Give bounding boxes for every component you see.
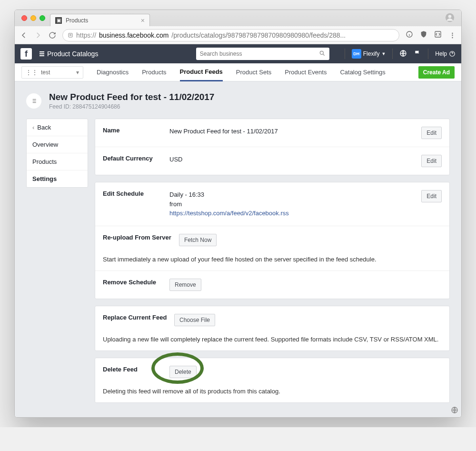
catalog-name: test bbox=[41, 69, 50, 76]
sidebar-item-label: Settings bbox=[32, 175, 57, 182]
tab-product-sets[interactable]: Product Sets bbox=[236, 64, 271, 80]
tab-product-feeds[interactable]: Product Feeds bbox=[180, 63, 223, 81]
avatar: DH bbox=[352, 49, 361, 59]
sidebar-item-label: Products bbox=[32, 158, 57, 165]
tab-title: Products bbox=[66, 17, 88, 24]
fb-search[interactable] bbox=[196, 48, 329, 60]
sidebar-item-products[interactable]: Products bbox=[27, 153, 88, 170]
delete-note: Deleting this feed will remove all of it… bbox=[95, 386, 449, 402]
browser-menu-icon[interactable]: ⋮ bbox=[448, 31, 456, 39]
browser-tabstrip: ▣ Products × bbox=[15, 10, 461, 26]
account-switcher[interactable]: DH Flexify ▼ bbox=[352, 49, 386, 59]
nav-reload-icon[interactable] bbox=[48, 31, 57, 40]
row-replace: Replace Current Feed Choose File bbox=[95, 306, 449, 334]
extension-shield-icon[interactable] bbox=[419, 30, 428, 40]
card-replace: Replace Current Feed Choose File Uploadi… bbox=[95, 306, 450, 351]
chevron-left-icon: ‹ bbox=[32, 124, 34, 131]
window-controls bbox=[20, 10, 50, 26]
fb-header-right: DH Flexify ▼ Help bbox=[345, 49, 456, 59]
name-label: Name bbox=[103, 127, 169, 134]
remove-schedule-button[interactable]: Remove bbox=[169, 279, 201, 291]
address-bar[interactable]: https://business.facebook.com/products/c… bbox=[62, 29, 399, 41]
extension-info-icon[interactable] bbox=[405, 30, 414, 40]
drag-icon: ⋮⋮ bbox=[26, 69, 38, 76]
tab-product-events[interactable]: Product Events bbox=[285, 64, 327, 80]
row-reupload: Re-upload From Server Fetch Now bbox=[95, 226, 449, 254]
account-name: Flexify bbox=[363, 50, 380, 57]
fetch-now-button[interactable]: Fetch Now bbox=[179, 234, 217, 246]
reupload-label: Re-upload From Server bbox=[103, 234, 179, 241]
search-icon bbox=[319, 50, 326, 58]
sidebar-back[interactable]: ‹ Back bbox=[27, 119, 88, 136]
currency-label: Default Currency bbox=[103, 155, 169, 162]
catalog-picker[interactable]: ⋮⋮ test ▾ bbox=[21, 66, 83, 79]
window-minimize[interactable] bbox=[30, 15, 36, 21]
name-value: New Product Feed for test - 11/02/2017 bbox=[169, 127, 421, 136]
sidebar-item-settings[interactable]: Settings bbox=[27, 170, 88, 187]
card-schedule: Edit Schedule Daily - 16:33 from https:/… bbox=[95, 182, 450, 299]
edit-currency-button[interactable]: Edit bbox=[421, 155, 442, 167]
window-close[interactable] bbox=[21, 15, 27, 21]
row-remove-schedule: Remove Schedule Remove bbox=[95, 271, 449, 299]
sidebar: ‹ Back Overview Products Settings bbox=[26, 119, 88, 403]
hamburger-icon bbox=[40, 51, 44, 56]
replace-note: Uploading a new file will completely rep… bbox=[95, 334, 449, 351]
row-currency: Default Currency USD Edit bbox=[95, 147, 449, 175]
help-icon bbox=[449, 50, 456, 57]
schedule-url-link[interactable]: https://testshop.com/a/feed/v2/facebook.… bbox=[169, 210, 289, 217]
globe-icon[interactable] bbox=[399, 50, 407, 59]
sidebar-item-label: Overview bbox=[32, 141, 58, 148]
svg-point-1 bbox=[448, 15, 452, 18]
replace-label: Replace Current Feed bbox=[103, 314, 174, 321]
page-info-icon bbox=[68, 32, 73, 38]
page-body: New Product Feed for test - 11/02/2017 F… bbox=[15, 81, 461, 417]
fb-header: f Product Catalogs DH Flexify ▼ bbox=[15, 44, 461, 63]
edit-schedule-button[interactable]: Edit bbox=[421, 190, 442, 202]
sidebar-item-overview[interactable]: Overview bbox=[27, 136, 88, 153]
extension-devtools-icon[interactable] bbox=[434, 30, 442, 40]
delete-feed-button[interactable]: Delete bbox=[169, 366, 197, 378]
tab-close-icon[interactable]: × bbox=[141, 17, 145, 24]
row-delete: Delete Feed Delete bbox=[95, 358, 449, 386]
footer-globe-icon[interactable] bbox=[451, 406, 458, 415]
currency-value: USD bbox=[169, 155, 421, 164]
tab-catalog-settings[interactable]: Catalog Settings bbox=[340, 64, 385, 80]
tab-products[interactable]: Products bbox=[142, 64, 166, 80]
reupload-note: Start immediately a new upload of your f… bbox=[95, 254, 449, 271]
main-content: Name New Product Feed for test - 11/02/2… bbox=[95, 119, 450, 403]
help-label: Help bbox=[435, 50, 447, 57]
nav-back-icon[interactable] bbox=[20, 31, 28, 40]
card-basic: Name New Product Feed for test - 11/02/2… bbox=[95, 119, 450, 175]
nav-forward-icon bbox=[34, 31, 42, 40]
tab-diagnostics[interactable]: Diagnostics bbox=[97, 64, 129, 80]
edit-name-button[interactable]: Edit bbox=[421, 127, 442, 139]
window-zoom[interactable] bbox=[40, 15, 45, 21]
delete-label: Delete Feed bbox=[103, 366, 169, 373]
card-delete: Delete Feed Delete Deleting this feed wi… bbox=[95, 358, 450, 403]
fb-section-switcher[interactable]: Product Catalogs bbox=[40, 50, 98, 58]
row-schedule: Edit Schedule Daily - 16:33 from https:/… bbox=[95, 182, 449, 226]
browser-profile-icon[interactable] bbox=[445, 13, 455, 24]
url-host: business.facebook.com bbox=[99, 31, 169, 39]
url-path: /products/catalogs/98798798798709809809​… bbox=[171, 31, 346, 39]
browser-toolbar: https://business.facebook.com/products/c… bbox=[15, 26, 461, 44]
remove-schedule-label: Remove Schedule bbox=[103, 279, 169, 286]
create-ad-button[interactable]: Create Ad bbox=[418, 66, 455, 79]
chevron-down-icon: ▾ bbox=[76, 69, 79, 76]
schedule-from: from bbox=[169, 200, 421, 209]
svg-point-5 bbox=[320, 51, 323, 54]
help-link[interactable]: Help bbox=[435, 50, 456, 57]
list-icon bbox=[26, 93, 41, 109]
browser-tab[interactable]: ▣ Products × bbox=[50, 14, 150, 26]
fb-logo-icon[interactable]: f bbox=[20, 48, 32, 60]
page-title: New Product Feed for test - 11/02/2017 bbox=[49, 92, 214, 102]
row-name: Name New Product Feed for test - 11/02/2… bbox=[95, 119, 449, 147]
flag-icon[interactable] bbox=[414, 50, 421, 59]
url-protocol: https:// bbox=[76, 31, 96, 39]
choose-file-button[interactable]: Choose File bbox=[174, 314, 215, 326]
search-input[interactable] bbox=[200, 50, 319, 57]
schedule-label: Edit Schedule bbox=[103, 190, 169, 197]
chevron-down-icon: ▼ bbox=[381, 51, 386, 56]
feed-id-label: Feed ID: 288475124904686 bbox=[49, 103, 214, 110]
browser-window: ▣ Products × https://business.facebook.c… bbox=[14, 10, 462, 418]
